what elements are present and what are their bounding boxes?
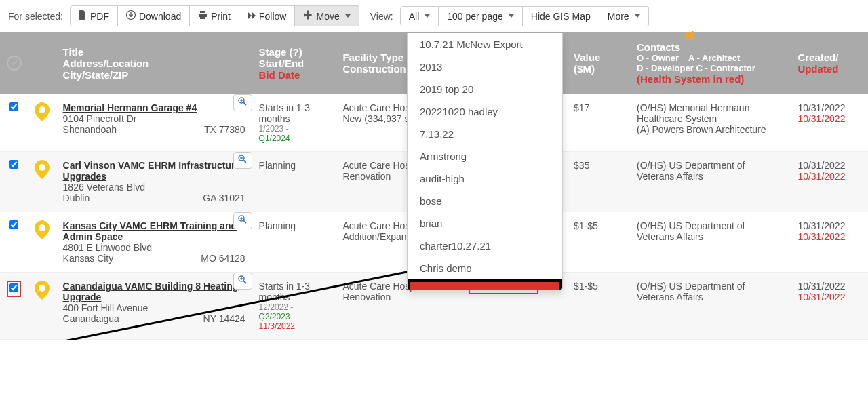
dropdown-item[interactable]: Chris demo: [408, 257, 562, 279]
dropdown-item[interactable]: brian: [408, 212, 562, 235]
download-button[interactable]: Download: [118, 5, 190, 26]
all-label: All: [409, 11, 420, 22]
follow-label: Follow: [259, 11, 286, 22]
address-line: 9104 Pinecroft Dr: [63, 113, 245, 124]
map-pin-icon[interactable]: [35, 220, 50, 239]
project-title-link[interactable]: Carl Vinson VAMC EHRM Infrastructure Upg…: [63, 160, 245, 182]
updated-text: 10/31/2022: [797, 231, 861, 242]
print-label: Print: [211, 11, 231, 22]
dropdown-item[interactable]: bose: [408, 190, 562, 212]
caret-icon: [635, 14, 640, 18]
bid-date-text: 11/3/2022: [259, 321, 330, 331]
created-text: 10/31/2022: [797, 102, 861, 113]
dropdown-item[interactable]: 20221020 hadley: [408, 100, 562, 123]
header-updated-text: Updated: [797, 63, 861, 75]
select-all-checkbox[interactable]: [7, 56, 22, 71]
header-title: Title Address/Location City/State/ZIP: [56, 32, 252, 94]
stage-text: Planning: [259, 220, 330, 231]
download-icon: [126, 10, 136, 22]
dropdown-item[interactable]: 10.7.21 McNew Export: [408, 33, 562, 56]
for-selected-label: For selected:: [8, 11, 63, 22]
move-label: Move: [316, 11, 339, 22]
created-text: 10/31/2022: [797, 160, 861, 171]
preview-button[interactable]: [233, 273, 252, 290]
more-label: More: [608, 11, 629, 22]
dropdown-item[interactable]: audit-high: [408, 167, 562, 190]
city-line: CanandaiguaNY 14424: [63, 313, 245, 324]
move-dropdown[interactable]: 10.7.21 McNew Export 2013 2019 top 20 20…: [407, 33, 563, 290]
map-pin-icon[interactable]: [35, 281, 50, 300]
updated-text: 10/31/2022: [797, 113, 861, 124]
dropdown-item[interactable]: 2019 top 20: [408, 78, 562, 100]
dropdown-item[interactable]: 2013: [408, 56, 562, 78]
download-label: Download: [139, 11, 181, 22]
hide-gis-button[interactable]: Hide GIS Map: [523, 6, 599, 26]
selection-actions: PDF Download Print Follow Move: [70, 5, 359, 26]
preview-button[interactable]: [233, 212, 252, 229]
stage-text: Planning: [259, 160, 330, 171]
dropdown-item-deleted-projects[interactable]: Deleted Projects: [408, 279, 562, 290]
move-button[interactable]: Move: [295, 5, 359, 26]
row-checkbox[interactable]: [9, 102, 18, 111]
dates-text: 12/2022 -: [259, 302, 330, 312]
header-contacts: Contacts O - Owner A - Architect D - Dev…: [630, 32, 791, 94]
dates-end-text: Q1/2024: [259, 134, 330, 143]
contact-line: (O/HS) US Department of Veterans Affairs: [637, 160, 784, 182]
project-title-link[interactable]: Memorial Hermann Garage #4: [63, 102, 197, 113]
value-text: $1-$5: [567, 273, 630, 340]
header-bid-text: Bid Date: [259, 69, 330, 81]
created-text: 10/31/2022: [797, 281, 861, 292]
row-checkbox[interactable]: [9, 220, 18, 229]
contact-line: (O/HS) US Department of Veterans Affairs: [637, 220, 784, 242]
dates-text: 1/2023 -: [259, 124, 330, 134]
map-pin-icon[interactable]: [35, 160, 50, 179]
updated-text: 10/31/2022: [797, 171, 861, 182]
city-line: ShenandoahTX 77380: [63, 124, 245, 135]
dropdown-item[interactable]: Armstrong: [408, 145, 562, 167]
header-stage-text: Stage (?): [259, 46, 330, 58]
contact-line: (A) Powers Brown Architecture: [637, 124, 784, 135]
file-icon: [79, 10, 87, 22]
follow-button[interactable]: Follow: [239, 5, 295, 26]
project-title-link[interactable]: Kansas City VAMC EHRM Training and Admin…: [63, 220, 245, 242]
preview-button[interactable]: [233, 94, 252, 111]
header-created-text: Created/: [797, 52, 861, 63]
print-button[interactable]: Print: [190, 5, 239, 26]
header-startend-text: Start/End: [259, 58, 330, 69]
map-pin-icon[interactable]: [35, 102, 50, 121]
legend-health-red: (Health System in red): [637, 73, 784, 85]
perpage-button[interactable]: 100 per page: [439, 6, 523, 26]
move-icon: [303, 10, 313, 22]
view-actions: All 100 per page Hide GIS Map More: [400, 6, 649, 26]
header-city-text: City/State/ZIP: [63, 69, 245, 81]
print-icon: [198, 10, 208, 22]
perpage-label: 100 per page: [447, 11, 503, 22]
header-address-text: Address/Location: [63, 58, 245, 69]
dropdown-item[interactable]: 7.13.22: [408, 123, 562, 145]
caret-icon: [345, 14, 351, 18]
dropdown-item[interactable]: charter10.27.21: [408, 235, 562, 257]
updated-text: 10/31/2022: [797, 292, 861, 302]
header-value: Value ($M): [567, 32, 630, 94]
stage-text: Starts in 1-3 months: [259, 102, 330, 124]
construction-text: Renovation: [342, 292, 455, 302]
header-contacts-text: Contacts: [637, 41, 680, 53]
legend-architect: A - Architect: [688, 53, 740, 63]
pdf-label: PDF: [90, 11, 109, 22]
address-line: 1826 Veterans Blvd: [63, 182, 245, 193]
created-text: 10/31/2022: [797, 220, 861, 231]
pdf-button[interactable]: PDF: [70, 5, 118, 26]
project-title-link[interactable]: Canandaigua VAMC Building 8 Heating Upgr…: [63, 281, 245, 302]
header-pin: [28, 32, 56, 94]
all-button[interactable]: All: [400, 6, 439, 26]
row-checkbox[interactable]: [9, 283, 18, 292]
more-button[interactable]: More: [599, 6, 649, 26]
header-stage: Stage (?) Start/End Bid Date: [252, 32, 336, 94]
edit-icon[interactable]: [684, 31, 695, 43]
value-text: $17: [567, 94, 630, 152]
row-checkbox[interactable]: [9, 160, 18, 169]
preview-button[interactable]: [233, 152, 252, 169]
header-created: Created/ Updated: [791, 32, 868, 94]
header-check: [0, 32, 28, 94]
city-line: Kansas CityMO 64128: [63, 253, 245, 264]
